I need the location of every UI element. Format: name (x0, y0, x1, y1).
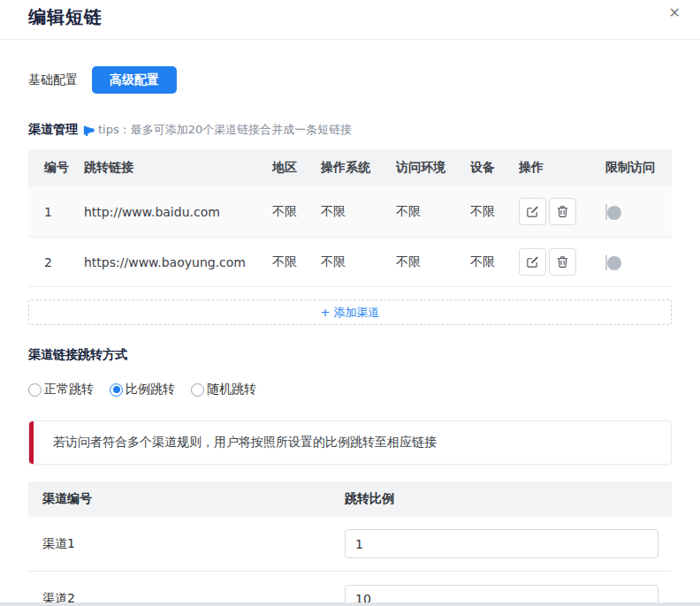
table-row: 1 http://www.baidu.com 不限 不限 不限 不限 (28, 186, 672, 237)
col-header-region: 地区 (272, 160, 321, 176)
restrict-access-toggle[interactable] (605, 254, 607, 270)
col-header-url: 跳转链接 (84, 160, 272, 176)
table-row: 渠道2 (28, 572, 672, 606)
dialog-title: 编辑短链 (28, 6, 103, 27)
row-device: 不限 (470, 254, 519, 270)
jump-mode-options: 正常跳转 比例跳转 随机跳转 (28, 382, 672, 398)
add-channel-button[interactable]: + 添加渠道 (28, 299, 672, 325)
edit-button[interactable] (519, 198, 546, 225)
table-row: 2 https://www.baoyung.com 不限 不限 不限 不限 (28, 237, 672, 287)
channel-section-header: 渠道管理 tips：最多可添加20个渠道链接合并成一条短链接 (28, 122, 672, 138)
channel-tips-text: tips：最多可添加20个渠道链接合并成一条短链接 (98, 122, 352, 138)
restrict-access-toggle[interactable] (605, 204, 607, 220)
row-env: 不限 (396, 204, 470, 220)
channel-table-header: 编号 跳转链接 地区 操作系统 访问环境 设备 操作 限制访问 (28, 149, 672, 186)
row-region: 不限 (272, 254, 321, 270)
ratio-table: 渠道编号 跳转比例 渠道1 渠道2 (28, 481, 672, 606)
col-header-jump-ratio: 跳转比例 (345, 491, 672, 507)
col-header-restrict: 限制访问 (605, 160, 672, 176)
config-tabs: 基础配置 高级配置 (28, 66, 672, 94)
col-header-os: 操作系统 (321, 160, 396, 176)
delete-button[interactable] (549, 198, 576, 225)
radio-icon (28, 383, 42, 397)
delete-button[interactable] (549, 248, 576, 276)
row-device: 不限 (470, 204, 519, 220)
toggle-knob (607, 206, 621, 220)
ratio-jump-alert: 若访问者符合多个渠道规则，用户将按照所设置的比例跳转至相应链接 (28, 420, 672, 465)
col-header-operation: 操作 (519, 160, 605, 176)
trash-icon (556, 255, 569, 269)
edit-button[interactable] (519, 248, 546, 276)
ratio-cell (345, 529, 672, 558)
row-url: https://www.baoyung.com (84, 255, 272, 269)
row-no: 2 (28, 255, 84, 269)
channel-name: 渠道1 (28, 536, 345, 552)
col-header-channel-no: 渠道编号 (28, 491, 345, 507)
radio-label: 比例跳转 (126, 382, 175, 398)
row-no: 1 (28, 205, 84, 219)
col-header-env: 访问环境 (396, 160, 470, 176)
row-env: 不限 (396, 254, 470, 270)
close-icon[interactable]: ✕ (664, 3, 686, 23)
toggle-knob (607, 256, 621, 270)
ratio-table-header: 渠道编号 跳转比例 (28, 481, 672, 517)
row-os: 不限 (321, 254, 396, 270)
radio-label: 随机跳转 (207, 382, 256, 398)
edit-icon (526, 205, 539, 218)
col-header-device: 设备 (470, 160, 519, 176)
alert-text: 若访问者符合多个渠道规则，用户将按照所设置的比例跳转至相应链接 (29, 435, 437, 451)
restrict-cell (605, 255, 672, 269)
radio-label: 正常跳转 (44, 382, 94, 398)
dialog-body: 基础配置 高级配置 渠道管理 tips：最多可添加20个渠道链接合并成一条短链接… (0, 66, 700, 606)
jump-mode-label: 渠道链接跳转方式 (28, 347, 672, 363)
restrict-cell (605, 205, 672, 219)
row-url: http://www.baidu.com (84, 205, 272, 219)
radio-normal-jump[interactable]: 正常跳转 (28, 382, 94, 398)
tab-basic-config[interactable]: 基础配置 (28, 72, 78, 88)
channel-management-label: 渠道管理 (28, 122, 78, 138)
modal-bottom-edge (0, 602, 700, 606)
row-operations (519, 198, 605, 225)
alert-stripe (29, 421, 34, 464)
row-os: 不限 (321, 204, 396, 220)
radio-icon (110, 383, 123, 397)
channel1-ratio-input[interactable] (345, 529, 658, 558)
edit-icon (526, 255, 539, 269)
trash-icon (556, 205, 569, 218)
radio-random-jump[interactable]: 随机跳转 (191, 382, 256, 398)
channel-table: 编号 跳转链接 地区 操作系统 访问环境 设备 操作 限制访问 1 http:/… (28, 149, 672, 287)
row-region: 不限 (272, 204, 321, 220)
table-row: 渠道1 (28, 517, 672, 572)
radio-icon (191, 383, 204, 397)
radio-ratio-jump[interactable]: 比例跳转 (110, 382, 175, 398)
row-operations (519, 248, 605, 276)
megaphone-icon (82, 124, 95, 137)
dialog-header: 编辑短链 ✕ (0, 0, 700, 40)
col-header-no: 编号 (28, 160, 84, 176)
tab-advanced-config[interactable]: 高级配置 (92, 66, 177, 94)
